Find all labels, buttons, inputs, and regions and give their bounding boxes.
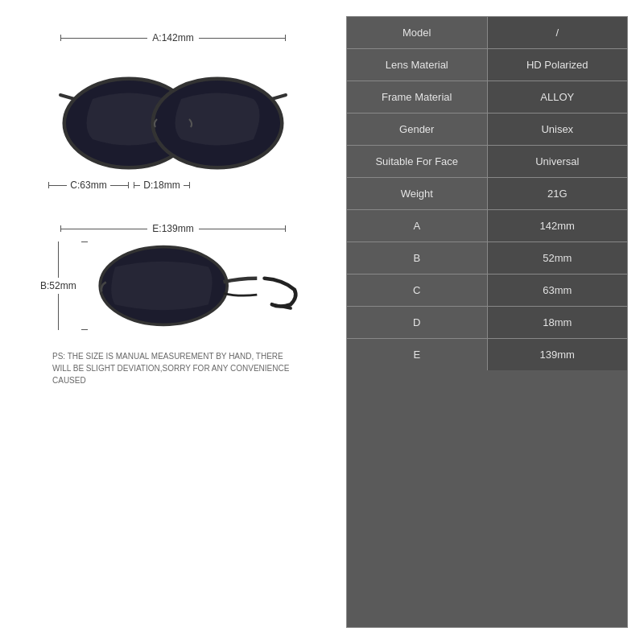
spec-label: Weight [347,178,488,209]
spec-row: D18mm [347,307,627,339]
spec-row: Suitable For FaceUniversal [347,146,627,178]
spec-row: Model/ [347,17,627,49]
spec-row: GenderUnisex [347,114,627,146]
spec-row: B52mm [347,242,627,275]
spec-value: HD Polarized [488,49,628,80]
spec-label: B [347,242,488,274]
disclaimer-text: PS: THE SIZE IS MANUAL MEASUREMENT BY HA… [44,350,302,386]
spec-value: 142mm [488,210,628,242]
spec-label: A [347,210,488,242]
spec-label: E [347,339,488,370]
main-container: A:142mm [0,0,644,644]
dim-c-label: C:63mm [67,180,109,191]
spec-row: Frame MaterialALLOY [347,81,627,114]
spec-value: 63mm [488,275,628,306]
spec-value: Universal [488,146,628,177]
dim-d-label: D:18mm [140,180,183,191]
glasses-side-view [93,237,302,334]
spec-value: 52mm [488,242,628,274]
glasses-front-view [52,47,294,175]
spec-value: Unisex [488,114,628,145]
spec-label: C [347,275,488,306]
glasses-side-section: E:139mm B:52mm [36,223,310,334]
spec-row: Weight21G [347,178,627,210]
spec-row: E139mm [347,339,627,370]
spec-value: 18mm [488,307,628,338]
spec-row: C63mm [347,275,627,307]
spec-label: Frame Material [347,81,488,113]
spec-label: D [347,307,488,338]
specs-table: Model/Lens MaterialHD PolarizedFrame Mat… [346,16,628,628]
spec-value: 139mm [488,339,628,370]
spec-row: Lens MaterialHD Polarized [347,49,627,81]
spec-value: ALLOY [488,81,628,113]
dim-b-label: B:52mm [40,280,76,291]
dim-a-label: A:142mm [147,32,198,43]
spec-row: A142mm [347,210,627,242]
dim-e-label: E:139mm [147,223,198,234]
left-panel: A:142mm [16,16,330,628]
spec-label: Model [347,17,488,48]
spec-label: Lens Material [347,49,488,80]
spec-label: Suitable For Face [347,146,488,177]
spec-label: Gender [347,114,488,145]
glasses-top-section: A:142mm [36,32,310,191]
spec-value: 21G [488,178,628,209]
spec-value: / [488,17,628,48]
